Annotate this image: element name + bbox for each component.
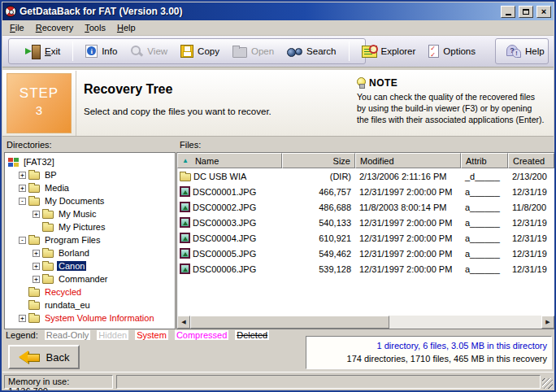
- files-header: ▲ Name Size Modified Attrib Created: [177, 153, 554, 168]
- tree-item-system-volume-information[interactable]: + System Volume Information: [5, 311, 175, 324]
- file-row[interactable]: DSC00002.JPG 486,688 11/8/2003 8:00:14 P…: [177, 199, 554, 215]
- folder-icon: [28, 185, 40, 193]
- file-name: DC USB WIA: [193, 172, 246, 181]
- copy-button[interactable]: Copy: [175, 42, 225, 60]
- open-button[interactable]: Open: [227, 42, 280, 60]
- note-line: You can check the quality of the recover…: [357, 91, 552, 102]
- expand-icon[interactable]: +: [19, 172, 26, 179]
- expand-icon[interactable]: +: [33, 263, 40, 270]
- tree-item-commander[interactable]: + Commander: [5, 272, 175, 285]
- exit-button[interactable]: Exit: [20, 42, 66, 60]
- help-button[interactable]: Help: [501, 42, 550, 60]
- image-file-icon: [180, 233, 190, 243]
- file-created: 12/31/19: [508, 264, 554, 274]
- expand-icon[interactable]: +: [33, 276, 40, 283]
- drive-icon: [8, 158, 19, 167]
- tree-item-fat32[interactable]: [FAT32]: [5, 155, 175, 168]
- folder-icon: [42, 211, 54, 219]
- file-size: 539,128: [282, 264, 355, 274]
- menu-tools[interactable]: Tools: [79, 21, 111, 34]
- scrollbar-thumb[interactable]: [190, 316, 389, 329]
- expand-icon[interactable]: +: [19, 315, 26, 322]
- expand-icon[interactable]: +: [33, 211, 40, 218]
- tree-item-my-music[interactable]: + My Music: [5, 207, 175, 220]
- resize-grip[interactable]: [542, 378, 553, 389]
- file-row[interactable]: DC USB WIA (DIR) 2/13/2006 2:11:16 PM _d…: [177, 168, 554, 184]
- file-modified: 2/13/2006 2:11:16 PM: [355, 172, 461, 181]
- file-attrib: a______: [461, 203, 508, 212]
- file-row[interactable]: DSC00005.JPG 549,462 12/31/1997 2:00:00 …: [177, 246, 554, 261]
- image-file-icon: [180, 186, 190, 197]
- file-name: DSC00006.JPG: [193, 264, 256, 274]
- menu-recovery[interactable]: Recovery: [30, 21, 79, 34]
- menu-file[interactable]: File: [4, 21, 30, 34]
- legend-label: Legend:: [6, 330, 38, 340]
- close-button[interactable]: ×: [536, 6, 551, 18]
- file-size: 466,757: [282, 187, 355, 197]
- expand-icon[interactable]: +: [19, 185, 26, 192]
- search-button[interactable]: Search: [281, 44, 341, 59]
- file-name: DSC00001.JPG: [193, 187, 256, 197]
- toolbar-separator: [72, 41, 73, 61]
- scroll-left-button[interactable]: ◀: [177, 316, 190, 329]
- tree-item-media[interactable]: + Media: [5, 181, 175, 194]
- file-created: 12/31/19: [508, 187, 554, 197]
- tree-item-recycled[interactable]: Recycled: [5, 285, 175, 298]
- file-row[interactable]: DSC00003.JPG 540,133 12/31/1997 2:00:00 …: [177, 215, 554, 230]
- back-button[interactable]: Back: [8, 345, 80, 369]
- options-button[interactable]: Options: [423, 42, 481, 60]
- file-row[interactable]: DSC00004.JPG 610,921 12/31/1997 2:00:00 …: [177, 230, 554, 246]
- minimize-button[interactable]: [501, 6, 515, 18]
- recovery-summary: 174 directories, 1710 files, 465 MB in t…: [311, 352, 547, 365]
- step-badge: STEP 3: [7, 73, 72, 133]
- menu-bar: File Recovery Tools Help: [2, 20, 554, 36]
- view-button[interactable]: View: [124, 42, 173, 60]
- info-button[interactable]: Info: [80, 42, 123, 60]
- horizontal-scrollbar[interactable]: ◀ ▶: [177, 316, 554, 329]
- file-row[interactable]: DSC00006.JPG 539,128 12/31/1997 2:00:00 …: [177, 261, 554, 277]
- collapse-icon[interactable]: -: [19, 198, 26, 205]
- file-modified: 12/31/1997 2:00:00 PM: [355, 218, 461, 228]
- banner-divider: [76, 71, 76, 136]
- files-label: Files:: [180, 140, 201, 150]
- image-file-icon: [180, 248, 190, 259]
- toolbar-separator: [349, 41, 350, 61]
- expand-icon[interactable]: +: [33, 250, 40, 257]
- legend-read-only: Read-Only: [45, 330, 91, 340]
- column-header-name[interactable]: ▲ Name: [177, 153, 282, 168]
- collapse-icon[interactable]: -: [19, 237, 26, 244]
- file-size: 610,921: [282, 233, 355, 243]
- tree-item-bp[interactable]: + BP: [5, 168, 175, 181]
- file-attrib: a______: [461, 187, 508, 197]
- column-header-size[interactable]: Size: [282, 153, 355, 168]
- summary-box: 1 directory, 6 files, 3.05 MB in this di…: [306, 336, 552, 369]
- tree-item-canon[interactable]: + Canon: [5, 259, 175, 272]
- lightbulb-icon: [357, 77, 366, 89]
- maximize-button[interactable]: [519, 6, 533, 18]
- explorer-button[interactable]: Explorer: [356, 43, 422, 60]
- file-modified: 12/31/1997 2:00:00 PM: [355, 187, 461, 197]
- minimize-icon: [506, 14, 511, 15]
- tree-item-borland[interactable]: + Borland: [5, 246, 175, 259]
- tree-item-my-pictures[interactable]: My Pictures: [5, 220, 175, 233]
- file-size: 540,133: [282, 218, 355, 228]
- tree-item-my-documents[interactable]: - My Documents: [5, 194, 175, 207]
- menu-help[interactable]: Help: [111, 21, 141, 34]
- toolbar-main-band: Exit Info View Copy Open Search: [8, 38, 366, 64]
- scroll-right-button[interactable]: ▶: [541, 316, 554, 329]
- search-icon: [287, 46, 302, 57]
- exit-icon: [25, 45, 41, 58]
- back-arrow-icon: [19, 351, 40, 364]
- column-header-attrib[interactable]: Attrib: [461, 153, 508, 168]
- note-title: NOTE: [369, 77, 397, 89]
- file-row[interactable]: DSC00001.JPG 466,757 12/31/1997 2:00:00 …: [177, 184, 554, 199]
- tree-item-program-files[interactable]: - Program Files: [5, 233, 175, 246]
- folder-icon: [28, 172, 40, 180]
- folder-icon: [28, 302, 40, 310]
- sort-up-icon: ▲: [182, 157, 189, 164]
- column-header-modified[interactable]: Modified: [355, 153, 461, 168]
- column-header-created[interactable]: Created: [508, 153, 554, 168]
- legend: Legend: Read-Only Hidden System Compress…: [6, 330, 269, 340]
- note-line: the files with their associated applicat…: [357, 114, 552, 125]
- tree-item-rundata-eu[interactable]: rundata_eu: [5, 298, 175, 311]
